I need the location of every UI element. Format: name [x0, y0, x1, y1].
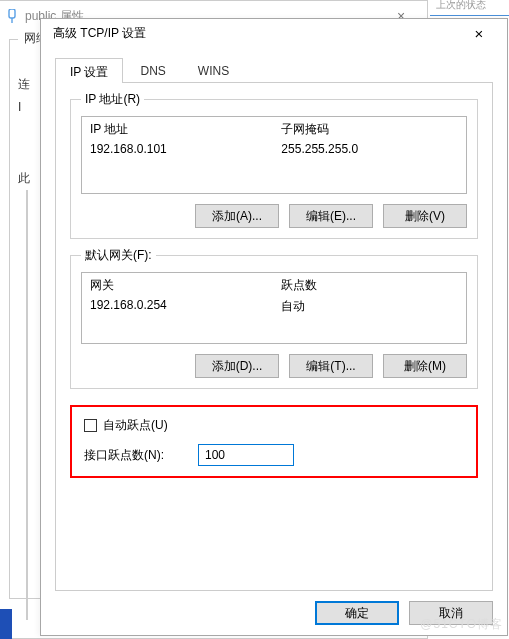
ip-delete-button[interactable]: 删除(V) [383, 204, 467, 228]
auto-metric-label: 自动跃点(U) [103, 417, 168, 434]
gateway-list[interactable]: 网关 跃点数 192.168.0.254 自动 [81, 272, 467, 344]
interface-metric-label: 接口跃点数(N): [84, 447, 184, 464]
dialog-title: 高级 TCP/IP 设置 [53, 25, 146, 42]
tab-ip-settings[interactable]: IP 设置 [55, 58, 123, 83]
ip-cell-address: 192.168.0.101 [90, 142, 281, 156]
tab-bar: IP 设置 DNS WINS [55, 57, 493, 83]
tab-dns[interactable]: DNS [125, 58, 180, 83]
gw-add-button[interactable]: 添加(D)... [195, 354, 279, 378]
ip-address-legend: IP 地址(R) [81, 91, 144, 108]
tab-content-ip: IP 地址(R) IP 地址 子网掩码 192.168.0.101 255.25… [55, 83, 493, 591]
dialog-titlebar: 高级 TCP/IP 设置 × [41, 19, 507, 47]
gw-delete-button[interactable]: 删除(M) [383, 354, 467, 378]
svg-rect-0 [9, 9, 15, 18]
parent-inner-border [26, 190, 28, 620]
auto-metric-checkbox[interactable] [84, 419, 97, 432]
gw-col-header-metric: 跃点数 [281, 277, 458, 294]
gw-col-header-gateway: 网关 [90, 277, 281, 294]
parent-label-connect: 连 [18, 76, 30, 93]
parent-label-i: I [18, 100, 21, 114]
gw-cell-metric: 自动 [281, 298, 458, 315]
watermark: @51CTO博客 [420, 616, 503, 633]
ip-col-header-mask: 子网掩码 [281, 121, 458, 138]
ip-edit-button[interactable]: 编辑(E)... [289, 204, 373, 228]
gateway-group: 默认网关(F): 网关 跃点数 192.168.0.254 自动 添加(D)..… [70, 255, 478, 389]
ip-address-list[interactable]: IP 地址 子网掩码 192.168.0.101 255.255.255.0 [81, 116, 467, 194]
taskbar-stub [0, 609, 12, 639]
ip-cell-mask: 255.255.255.0 [281, 142, 458, 156]
ip-address-group: IP 地址(R) IP 地址 子网掩码 192.168.0.101 255.25… [70, 99, 478, 239]
ip-add-button[interactable]: 添加(A)... [195, 204, 279, 228]
parent-label-this: 此 [18, 170, 30, 187]
metric-highlight-box: 自动跃点(U) 接口跃点数(N): [70, 405, 478, 478]
network-adapter-icon [5, 9, 19, 23]
tab-wins[interactable]: WINS [183, 58, 244, 83]
advanced-tcpip-dialog: 高级 TCP/IP 设置 × IP 设置 DNS WINS IP 地址(R) I… [40, 18, 508, 636]
close-button[interactable]: × [459, 26, 499, 41]
gateway-list-row[interactable]: 192.168.0.254 自动 [90, 298, 458, 315]
gw-cell-gateway: 192.168.0.254 [90, 298, 281, 315]
gw-edit-button[interactable]: 编辑(T)... [289, 354, 373, 378]
ok-button[interactable]: 确定 [315, 601, 399, 625]
interface-metric-input[interactable] [198, 444, 294, 466]
gateway-legend: 默认网关(F): [81, 247, 156, 264]
top-frame-hint: 上次的状态 [430, 0, 509, 16]
ip-list-row[interactable]: 192.168.0.101 255.255.255.0 [90, 142, 458, 156]
ip-col-header-address: IP 地址 [90, 121, 281, 138]
